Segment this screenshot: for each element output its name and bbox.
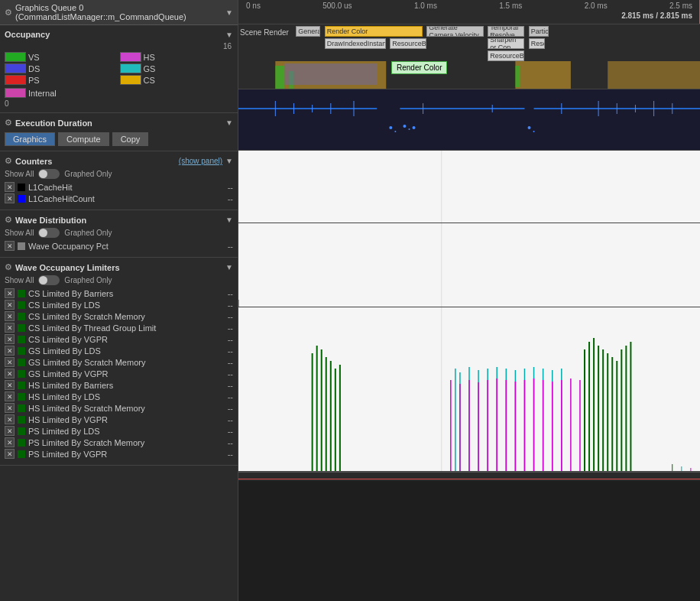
wave-dist-occupancy-checkbox[interactable]: ✕ [5, 241, 15, 251]
counters-gear-icon: ⚙ [5, 156, 12, 166]
wave-dist-occupancy-row: ✕ Wave Occupancy Pct -- [5, 241, 233, 251]
svg-rect-25 [238, 89, 700, 151]
graphics-queue-header[interactable]: ⚙ Graphics Queue 0 (CommandListManager::… [0, 0, 238, 25]
lim-val-hs-barriers: -- [228, 381, 233, 390]
lim-row-cs-barriers: ✕ CS Limited By Barriers -- [5, 288, 233, 298]
svg-rect-8 [18, 347, 25, 355]
lim-val-cs-scratch: -- [228, 312, 233, 321]
block-temporal: Temporal Resolve [488, 26, 524, 37]
occ-internal-box [5, 88, 26, 98]
lim-color-hs-lds [18, 393, 25, 401]
lim-name-cs-thread: CS Limited By Thread Group Limit [28, 323, 225, 333]
lim-cb-cs-lds[interactable]: ✕ [5, 300, 15, 310]
occupancy-arrow: ▼ [225, 31, 233, 39]
show-panel-link[interactable]: (show panel) [179, 157, 222, 165]
svg-rect-51 [238, 223, 700, 307]
lim-cb-hs-scratch[interactable]: ✕ [5, 403, 15, 413]
occupancy-section: Occupancy ▼ 16 VS HS DS GS [0, 25, 238, 113]
occ-color-cs [120, 75, 141, 85]
occupancy-waveform [238, 60, 700, 89]
lim-color-cs-vgpr [18, 336, 25, 343]
svg-rect-7 [18, 336, 25, 343]
wave-lim-show-all-toggle[interactable] [38, 275, 60, 285]
svg-rect-2 [18, 242, 25, 250]
ruler-current-time: 2.815 ms / 2.815 ms [621, 11, 692, 20]
occ-item-vs: VS [5, 52, 118, 62]
counter-checkbox-l1cachehitcount[interactable]: ✕ [5, 193, 15, 203]
exec-buttons: Graphics Compute Copy [5, 132, 233, 146]
occ-item-ps: PS [5, 75, 118, 85]
lim-val-hs-scratch: -- [228, 404, 233, 413]
lim-row-hs-vgpr: ✕ HS Limited By VGPR -- [5, 414, 233, 424]
lim-color-cs-lds [18, 301, 25, 309]
svg-point-44 [403, 125, 406, 128]
lim-cb-gs-lds[interactable]: ✕ [5, 346, 15, 356]
occ-label-cs: CS [144, 76, 155, 85]
lim-cb-cs-thread[interactable]: ✕ [5, 323, 15, 333]
lim-cb-cs-barriers[interactable]: ✕ [5, 288, 15, 298]
wave-dist-show-all-toggle[interactable] [38, 228, 60, 238]
wave-dist-occupancy-color [18, 242, 25, 250]
lim-cb-gs-vgpr[interactable]: ✕ [5, 369, 15, 378]
block-drawindexed: DrawIndexedInstanci [325, 38, 386, 49]
lim-color-hs-vgpr [18, 416, 25, 424]
exec-compute-button[interactable]: Compute [58, 132, 109, 146]
left-panel: ⚙ Graphics Queue 0 (CommandListManager::… [0, 0, 238, 601]
svg-rect-13 [18, 404, 25, 412]
lim-cb-ps-vgpr[interactable]: ✕ [5, 449, 15, 459]
lim-cb-gs-scratch[interactable]: ✕ [5, 357, 15, 367]
lim-val-ps-lds: -- [228, 427, 233, 436]
bottom-ruler [238, 472, 700, 481]
counters-show-all-toggle[interactable] [38, 169, 60, 179]
lim-cb-hs-barriers[interactable]: ✕ [5, 380, 15, 390]
lim-name-gs-scratch: GS Limited By Scratch Memory [28, 358, 225, 367]
wave-lim-show-all-label: Show All [5, 276, 34, 284]
lim-name-cs-vgpr: CS Limited By VGPR [28, 335, 225, 344]
block-particle: Particle [529, 26, 549, 37]
graphics-queue-arrow: ▼ [225, 8, 233, 17]
lim-color-hs-scratch [18, 404, 25, 412]
lim-cb-hs-vgpr[interactable]: ✕ [5, 414, 15, 424]
occ-internal-row: Internal [5, 88, 233, 98]
exec-title: Execution Duration [15, 119, 225, 128]
occupancy-title: Occupancy [5, 30, 225, 39]
svg-point-47 [528, 126, 531, 129]
lim-name-gs-vgpr: GS Limited By VGPR [28, 369, 225, 378]
lim-color-gs-lds [18, 347, 25, 355]
lim-cb-cs-vgpr[interactable]: ✕ [5, 334, 15, 344]
occ-label-vs: VS [28, 53, 40, 62]
counters-chart-panel [238, 151, 700, 223]
exec-chart-svg [238, 89, 700, 151]
svg-rect-21 [284, 63, 377, 85]
counter-color-l1cachehitcount [18, 195, 25, 203]
exec-copy-button[interactable]: Copy [112, 132, 149, 146]
ruler-500us: 500.0 us [322, 2, 352, 10]
ruler-bottom: 2.815 ms / 2.815 ms [238, 11, 700, 20]
svg-rect-4 [18, 301, 25, 309]
svg-point-42 [389, 126, 392, 129]
occ-internal-label: Internal [28, 89, 57, 98]
lim-color-cs-thread [18, 324, 25, 332]
ruler-2ms: 2.0 ms [585, 2, 608, 10]
block-resourcebarrier: ResourceBarrier [390, 38, 426, 49]
ruler-0ns: 0 ns [246, 2, 261, 10]
wave-lim-graphed-label: Graphed Only [64, 276, 112, 284]
lim-cb-cs-scratch[interactable]: ✕ [5, 311, 15, 321]
svg-rect-3 [18, 290, 25, 297]
occ-label-ds: DS [28, 64, 40, 73]
svg-rect-16 [18, 439, 25, 447]
lim-cb-ps-lds[interactable]: ✕ [5, 426, 15, 436]
lim-cb-hs-lds[interactable]: ✕ [5, 391, 15, 401]
occ-color-hs [120, 52, 141, 62]
lim-row-ps-scratch: ✕ PS Limited By Scratch Memory -- [5, 437, 233, 447]
charts-container[interactable]: Scene Render Generat Render Color Genera… [238, 24, 700, 601]
lim-val-hs-vgpr: -- [228, 415, 233, 424]
lim-name-cs-barriers: CS Limited By Barriers [28, 289, 225, 298]
lim-val-gs-scratch: -- [228, 358, 233, 367]
exec-graphics-button[interactable]: Graphics [5, 132, 55, 146]
block-render-color: Render Color [325, 26, 423, 37]
lim-cb-ps-scratch[interactable]: ✕ [5, 437, 15, 447]
wave-lim-section: ⚙ Wave Occupancy Limiters ▼ Show All Gra… [0, 258, 238, 466]
counter-checkbox-l1cachehit[interactable]: ✕ [5, 182, 15, 192]
svg-rect-6 [18, 324, 25, 332]
